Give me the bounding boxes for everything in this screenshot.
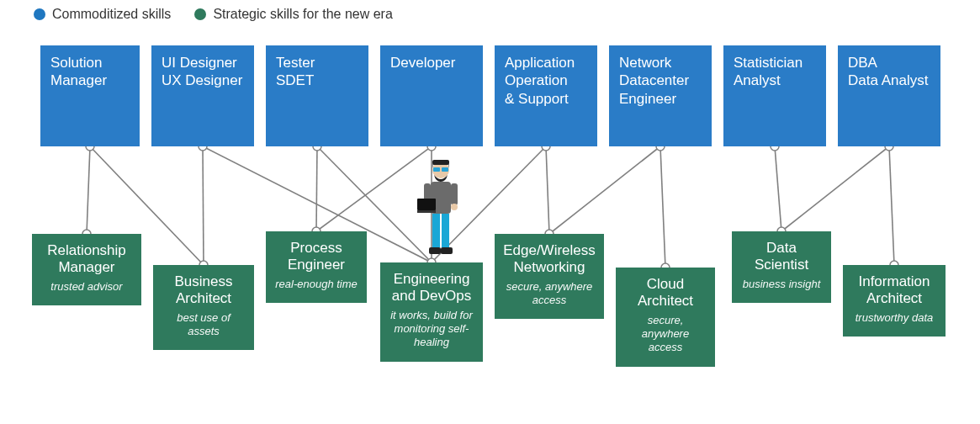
- svg-line-9: [546, 146, 549, 234]
- top-box-line: Manager: [50, 72, 130, 89]
- top-box-line: Statistician: [734, 54, 816, 72]
- legend-label-strategic: Strategic skills for the new era: [213, 7, 392, 22]
- top-box-line: Network: [619, 54, 702, 72]
- svg-line-10: [549, 146, 660, 234]
- top-box-line: Application: [505, 54, 587, 72]
- svg-rect-33: [433, 167, 440, 172]
- top-box-line: Engineer: [619, 90, 702, 108]
- top-box-line: Datacenter: [619, 72, 702, 89]
- bottom-box-subtitle: real-enough time: [274, 278, 358, 291]
- svg-line-2: [203, 146, 204, 265]
- svg-rect-37: [451, 183, 458, 205]
- bottom-box-title: Engineering and DevOps: [389, 271, 474, 305]
- bottom-box-subtitle: trustworthy data: [851, 311, 937, 325]
- bottom-box-subtitle: it works, build for monitoring self-heal…: [389, 309, 474, 350]
- top-box-solution-manager: SolutionManager: [40, 45, 140, 146]
- bottom-box-relationship-manager: Relationship Managertrusted advisor: [32, 234, 141, 305]
- legend-label-commoditized: Commoditized skills: [52, 7, 171, 22]
- svg-line-14: [889, 146, 894, 265]
- bottom-box-title: Cloud Architect: [624, 276, 707, 310]
- legend-item-strategic: Strategic skills for the new era: [194, 7, 392, 22]
- svg-line-12: [775, 146, 781, 231]
- top-box-line: UX Designer: [162, 72, 244, 89]
- bottom-box-process-engineer: Process Engineerreal-enough time: [266, 231, 367, 303]
- top-box-app-operation-support: ApplicationOperation& Support: [495, 45, 597, 146]
- top-box-line: Operation: [505, 72, 587, 89]
- bottom-box-title: Business Architect: [162, 273, 246, 308]
- top-box-line: DBA: [848, 54, 930, 72]
- svg-rect-43: [442, 214, 449, 247]
- top-box-line: & Support: [505, 90, 587, 108]
- svg-rect-45: [441, 247, 453, 254]
- bottom-box-subtitle: business insight: [740, 278, 823, 291]
- svg-rect-42: [432, 214, 440, 247]
- developer-person-icon: [414, 158, 468, 266]
- bottom-box-engineering-devops: Engineering and DevOpsit works, build fo…: [380, 262, 483, 362]
- top-box-line: Analyst: [734, 72, 816, 89]
- top-box-line: SDET: [276, 72, 358, 89]
- top-box-line: Data Analyst: [848, 72, 930, 89]
- bottom-box-title: Data Scientist: [740, 240, 823, 274]
- top-box-ui-ux-designer: UI DesignerUX Designer: [151, 45, 254, 146]
- top-box-tester-sdet: TesterSDET: [266, 45, 368, 146]
- svg-rect-40: [417, 199, 436, 210]
- legend: Commoditized skills Strategic skills for…: [34, 7, 393, 22]
- svg-rect-41: [417, 210, 436, 213]
- bottom-box-subtitle: secure, anywhere access: [624, 314, 707, 355]
- top-box-line: UI Designer: [162, 54, 244, 72]
- svg-line-13: [781, 146, 889, 231]
- top-box-network-datacenter-engineer: NetworkDatacenterEngineer: [609, 45, 712, 146]
- top-box-line: Developer: [390, 54, 473, 72]
- bottom-box-cloud-architect: Cloud Architectsecure, anywhere access: [616, 268, 715, 367]
- top-box-dba-data-analyst: DBAData Analyst: [838, 45, 940, 146]
- bottom-box-information-architect: Information Architecttrustworthy data: [843, 265, 946, 337]
- bottom-box-subtitle: trusted advisor: [40, 280, 133, 294]
- bottom-box-subtitle: secure, anywhere access: [503, 280, 596, 308]
- svg-rect-34: [442, 167, 448, 172]
- bottom-box-title: Relationship Manager: [40, 242, 133, 277]
- svg-rect-44: [429, 247, 441, 254]
- top-box-line: Tester: [276, 54, 358, 72]
- connector-lines: [0, 0, 980, 424]
- legend-item-commoditized: Commoditized skills: [34, 7, 171, 22]
- top-box-statistician-analyst: StatisticianAnalyst: [723, 45, 826, 146]
- svg-line-11: [660, 146, 665, 268]
- bottom-box-business-architect: Business Architectbest use of assets: [153, 265, 254, 350]
- bottom-box-subtitle: best use of assets: [162, 311, 246, 339]
- svg-line-0: [87, 146, 90, 234]
- top-box-line: Solution: [50, 54, 130, 72]
- legend-dot-strategic: [194, 8, 206, 20]
- svg-rect-32: [432, 160, 449, 165]
- bottom-box-title: Edge/Wireless Networking: [503, 242, 596, 277]
- bottom-box-title: Information Architect: [851, 273, 937, 308]
- legend-dot-commoditized: [34, 8, 45, 20]
- svg-line-4: [316, 146, 317, 231]
- bottom-box-edge-wireless-networking: Edge/Wireless Networkingsecure, anywhere…: [495, 234, 604, 319]
- svg-point-39: [451, 204, 458, 210]
- bottom-box-title: Process Engineer: [274, 240, 358, 274]
- bottom-box-data-scientist: Data Scientistbusiness insight: [732, 231, 831, 303]
- top-box-developer: Developer: [380, 45, 483, 146]
